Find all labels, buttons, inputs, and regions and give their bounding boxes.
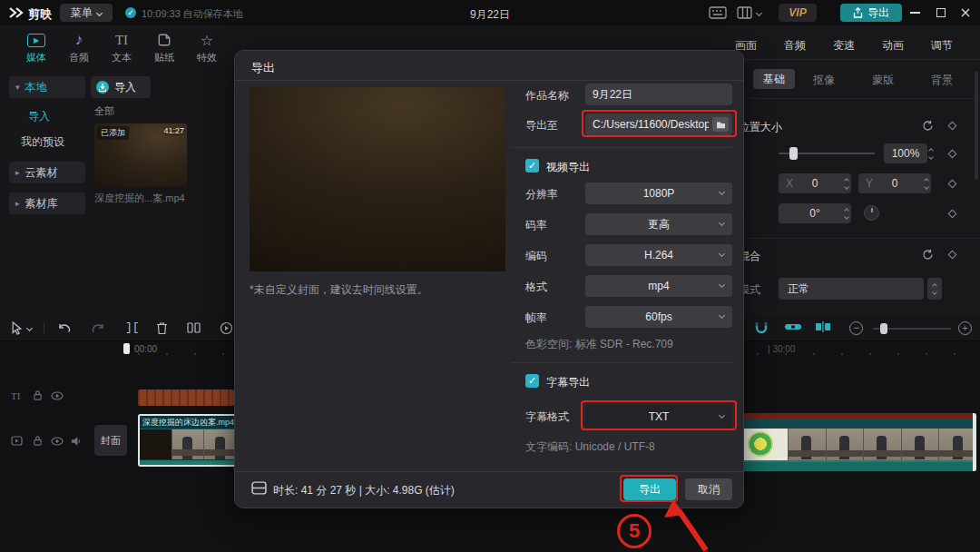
import-icon — [96, 81, 109, 94]
scale-stepper[interactable] — [929, 143, 933, 163]
blend-mode-select[interactable]: 正常 — [779, 278, 924, 300]
cover-button[interactable]: 封面 — [94, 425, 127, 456]
zoom-out-icon[interactable]: − — [849, 321, 863, 335]
minimize-button[interactable] — [910, 12, 920, 14]
sidebar-item-cloud[interactable]: ▸ 云素材 — [9, 162, 85, 183]
export-preview — [250, 87, 505, 271]
x-stepper[interactable] — [845, 173, 848, 193]
tab-adjust[interactable]: 调节 — [931, 38, 953, 54]
undo-icon[interactable] — [58, 321, 72, 334]
keyframe-diamond-icon[interactable] — [948, 122, 957, 131]
import-button[interactable]: 导入 — [91, 76, 151, 98]
clip-selection-right-handle[interactable] — [973, 413, 976, 471]
codec-select[interactable]: H.264 — [585, 244, 732, 266]
split-icon[interactable]: ][ — [125, 320, 140, 334]
select-tool-icon[interactable] — [11, 321, 23, 335]
sidebar-item-presets[interactable]: 我的预设 — [9, 131, 85, 153]
resolution-select[interactable]: 1080P — [585, 182, 732, 204]
subtab-basic[interactable]: 基础 — [753, 69, 795, 89]
snap-toggle-icon[interactable] — [753, 320, 769, 335]
filter-all-label[interactable]: 全部 — [94, 104, 114, 118]
blend-mode-stepper[interactable] — [927, 278, 942, 300]
reset-icon[interactable] — [922, 120, 934, 132]
tab-speed[interactable]: 变速 — [833, 38, 855, 54]
reset-icon[interactable] — [922, 249, 934, 261]
video-clip-right[interactable] — [744, 413, 976, 471]
slider-handle[interactable] — [880, 323, 887, 334]
transform-section-title: 位置大小 — [739, 120, 782, 135]
subtab-cutout[interactable]: 抠像 — [813, 73, 835, 88]
position-y-field[interactable]: Y 0 — [858, 173, 931, 193]
y-stepper[interactable] — [925, 173, 928, 193]
sidebar-item-local[interactable]: ▾ 本地 — [9, 76, 85, 98]
format-select[interactable]: mp4 — [585, 275, 732, 297]
media-clip-thumbnail[interactable]: 已添加 41:27 — [94, 123, 187, 187]
titlebar-export-button[interactable]: 导出 — [840, 4, 902, 22]
mute-icon[interactable] — [70, 436, 82, 447]
clip-label-bar — [744, 419, 976, 429]
effect-icon: ☆ — [186, 31, 228, 49]
keyframe-diamond-icon[interactable] — [948, 210, 957, 219]
crop-icon[interactable] — [220, 321, 233, 335]
video-export-checkbox[interactable]: ✓ — [525, 159, 539, 172]
x-value: 0 — [812, 177, 818, 190]
rotate-stepper[interactable] — [845, 203, 848, 223]
video-export-label: 视频导出 — [546, 160, 590, 175]
keyframe-diamond-icon[interactable] — [948, 150, 957, 159]
framerate-select[interactable]: 60fps — [585, 306, 732, 328]
scale-value[interactable]: 100% — [884, 143, 927, 163]
toolbar-item-text[interactable]: TI 文本 — [101, 31, 142, 64]
clip-name: 深度挖掘的床边凶案.mp4 — [140, 417, 234, 429]
mirror-icon[interactable] — [187, 321, 201, 334]
rotate-field[interactable]: 0° — [779, 203, 851, 223]
lock-icon[interactable] — [33, 435, 43, 447]
sidebar-item-label: 云素材 — [25, 165, 58, 181]
bitrate-select[interactable]: 更高 — [585, 213, 732, 235]
position-x-field[interactable]: X 0 — [779, 173, 851, 193]
subtitle-export-checkbox[interactable]: ✓ — [525, 374, 539, 388]
eye-icon[interactable] — [51, 437, 64, 446]
tab-audio[interactable]: 音频 — [784, 38, 806, 54]
delete-icon[interactable] — [156, 321, 168, 335]
toolbar-item-sticker[interactable]: 贴纸 — [143, 31, 185, 64]
name-input[interactable]: 9月22日 — [585, 84, 732, 105]
rotate-value: 0° — [809, 207, 819, 220]
caret-down-icon: ▾ — [15, 83, 20, 92]
subtitle-track-clip[interactable] — [138, 389, 234, 406]
timeline-zoom-slider[interactable] — [873, 328, 951, 330]
slider-handle[interactable] — [789, 147, 798, 160]
tab-animation[interactable]: 动画 — [882, 38, 904, 54]
sidebar-item-library[interactable]: ▸ 素材库 — [9, 192, 85, 214]
video-clip-left[interactable]: 深度挖掘的床边凶案.mp4 — [138, 414, 234, 467]
playhead-handle[interactable] — [123, 343, 130, 354]
rotate-knob[interactable] — [864, 205, 879, 221]
redo-icon[interactable] — [91, 321, 104, 334]
eye-icon[interactable] — [51, 391, 64, 400]
lock-icon[interactable] — [33, 389, 43, 401]
scale-value-text: 100% — [892, 147, 920, 160]
bitrate-value: 更高 — [648, 217, 670, 232]
subtab-mask[interactable]: 蒙版 — [872, 73, 894, 88]
select-tool-chevron-icon[interactable] — [27, 326, 32, 330]
sidebar-item-import[interactable]: 导入 — [9, 105, 85, 127]
scale-slider[interactable] — [779, 153, 875, 154]
keyframe-diamond-icon[interactable] — [948, 251, 957, 260]
titlebar-export-label: 导出 — [867, 5, 889, 21]
dest-label: 导出至 — [525, 118, 558, 133]
toolbar-item-effect[interactable]: ☆ 特效 — [186, 31, 228, 64]
subtab-background[interactable]: 背景 — [931, 73, 953, 88]
toolbar-item-audio[interactable]: ♪ 音频 — [58, 31, 100, 64]
toolbar-item-media[interactable]: ▶ 媒体 — [15, 31, 57, 64]
panel-scrollbar[interactable] — [975, 71, 978, 180]
shortcut-keyboard-icon[interactable] — [709, 6, 727, 19]
keyframe-diamond-icon[interactable] — [948, 180, 957, 189]
layout-switch-icon[interactable] — [737, 6, 761, 19]
preview-axis-toggle-icon[interactable] — [815, 321, 831, 332]
maximize-button[interactable] — [936, 8, 946, 17]
vip-button[interactable]: VIP — [779, 4, 817, 22]
toolbar-item-label: 特效 — [186, 51, 228, 64]
zoom-in-icon[interactable]: + — [958, 321, 972, 335]
link-toggle-icon[interactable] — [784, 321, 802, 332]
clip-audio-strip — [744, 460, 976, 471]
close-button[interactable] — [960, 7, 971, 18]
